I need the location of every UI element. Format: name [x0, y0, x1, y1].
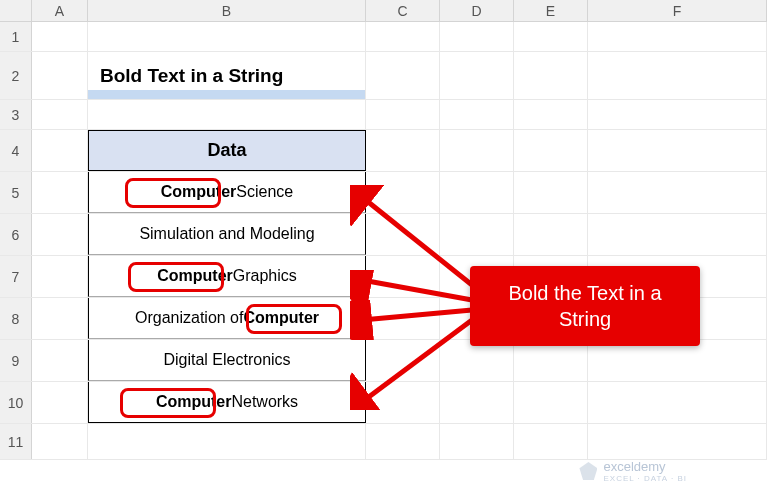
cell-F4[interactable]: [588, 130, 767, 171]
bold-text: Computer: [161, 183, 237, 201]
text-prefix: Digital Electronics: [163, 351, 290, 369]
cell-F9[interactable]: [588, 340, 767, 381]
col-header-C[interactable]: C: [366, 0, 440, 21]
cell-A7[interactable]: [32, 256, 88, 297]
col-header-E[interactable]: E: [514, 0, 588, 21]
cell-E4[interactable]: [514, 130, 588, 171]
cell-A5[interactable]: [32, 172, 88, 213]
col-header-B[interactable]: B: [88, 0, 366, 21]
row-9: 9 Digital Electronics: [0, 340, 767, 382]
text-suffix: Graphics: [233, 267, 297, 285]
cell-F5[interactable]: [588, 172, 767, 213]
row-5: 5 Computer Science: [0, 172, 767, 214]
cell-E10[interactable]: [514, 382, 588, 423]
cell-E1[interactable]: [514, 22, 588, 51]
callout-line2: String: [559, 308, 611, 330]
data-cell-1[interactable]: Simulation and Modeling: [88, 214, 366, 255]
cell-F1[interactable]: [588, 22, 767, 51]
cell-E9[interactable]: [514, 340, 588, 381]
cell-D11[interactable]: [440, 424, 514, 459]
text-suffix: Science: [236, 183, 293, 201]
title-cell[interactable]: Bold Text in a String: [88, 52, 366, 99]
cell-B3[interactable]: [88, 100, 366, 129]
cell-D1[interactable]: [440, 22, 514, 51]
row-header-6[interactable]: 6: [0, 214, 32, 255]
data-cell-2[interactable]: Computer Graphics: [88, 256, 366, 297]
row-header-7[interactable]: 7: [0, 256, 32, 297]
cell-C1[interactable]: [366, 22, 440, 51]
cell-A6[interactable]: [32, 214, 88, 255]
bold-text: Computer: [157, 267, 233, 285]
cell-F11[interactable]: [588, 424, 767, 459]
cell-A9[interactable]: [32, 340, 88, 381]
cell-C6[interactable]: [366, 214, 440, 255]
bold-text: Computer: [156, 393, 232, 411]
row-6: 6 Simulation and Modeling: [0, 214, 767, 256]
cell-A3[interactable]: [32, 100, 88, 129]
cell-B11[interactable]: [88, 424, 366, 459]
cell-F10[interactable]: [588, 382, 767, 423]
data-cell-0[interactable]: Computer Science: [88, 172, 366, 213]
col-header-D[interactable]: D: [440, 0, 514, 21]
text-suffix: Networks: [231, 393, 298, 411]
row-header-9[interactable]: 9: [0, 340, 32, 381]
cell-C10[interactable]: [366, 382, 440, 423]
row-header-1[interactable]: 1: [0, 22, 32, 51]
cell-D4[interactable]: [440, 130, 514, 171]
cell-E2[interactable]: [514, 52, 588, 99]
cell-A4[interactable]: [32, 130, 88, 171]
cell-F3[interactable]: [588, 100, 767, 129]
row-header-4[interactable]: 4: [0, 130, 32, 171]
cell-A10[interactable]: [32, 382, 88, 423]
cell-F6[interactable]: [588, 214, 767, 255]
data-cell-3[interactable]: Organization of Computer: [88, 298, 366, 339]
cell-A2[interactable]: [32, 52, 88, 99]
data-cell-5[interactable]: Computer Networks: [88, 382, 366, 423]
cell-D3[interactable]: [440, 100, 514, 129]
cell-A1[interactable]: [32, 22, 88, 51]
text-prefix: Organization of: [135, 309, 244, 327]
cell-D10[interactable]: [440, 382, 514, 423]
cell-E3[interactable]: [514, 100, 588, 129]
watermark-icon: [579, 462, 597, 480]
cell-D6[interactable]: [440, 214, 514, 255]
cell-F2[interactable]: [588, 52, 767, 99]
watermark-text: exceldemy: [603, 459, 665, 474]
row-header-8[interactable]: 8: [0, 298, 32, 339]
cell-A8[interactable]: [32, 298, 88, 339]
col-header-F[interactable]: F: [588, 0, 767, 21]
bold-text: Computer: [243, 309, 319, 327]
col-header-A[interactable]: A: [32, 0, 88, 21]
spreadsheet-grid: A B C D E F 1 2 Bold Text in a String 3 …: [0, 0, 767, 503]
cell-C8[interactable]: [366, 298, 440, 339]
cell-D5[interactable]: [440, 172, 514, 213]
cell-A11[interactable]: [32, 424, 88, 459]
data-header-cell[interactable]: Data: [88, 130, 366, 171]
cell-C4[interactable]: [366, 130, 440, 171]
row-header-11[interactable]: 11: [0, 424, 32, 459]
row-header-2[interactable]: 2: [0, 52, 32, 99]
row-4: 4 Data: [0, 130, 767, 172]
data-cell-4[interactable]: Digital Electronics: [88, 340, 366, 381]
cell-D2[interactable]: [440, 52, 514, 99]
row-header-10[interactable]: 10: [0, 382, 32, 423]
cell-E11[interactable]: [514, 424, 588, 459]
row-header-3[interactable]: 3: [0, 100, 32, 129]
cell-B1[interactable]: [88, 22, 366, 51]
cell-E6[interactable]: [514, 214, 588, 255]
cell-C7[interactable]: [366, 256, 440, 297]
cell-C2[interactable]: [366, 52, 440, 99]
cell-E5[interactable]: [514, 172, 588, 213]
row-3: 3: [0, 100, 767, 130]
watermark-subtext: EXCEL · DATA · BI: [603, 474, 687, 483]
select-all-corner[interactable]: [0, 0, 32, 21]
cell-C3[interactable]: [366, 100, 440, 129]
watermark: exceldemy EXCEL · DATA · BI: [579, 459, 687, 483]
cell-C11[interactable]: [366, 424, 440, 459]
row-header-5[interactable]: 5: [0, 172, 32, 213]
callout-line1: Bold the Text in a: [508, 282, 661, 304]
cell-C5[interactable]: [366, 172, 440, 213]
cell-C9[interactable]: [366, 340, 440, 381]
callout-box: Bold the Text in a String: [470, 266, 700, 346]
cell-D9[interactable]: [440, 340, 514, 381]
